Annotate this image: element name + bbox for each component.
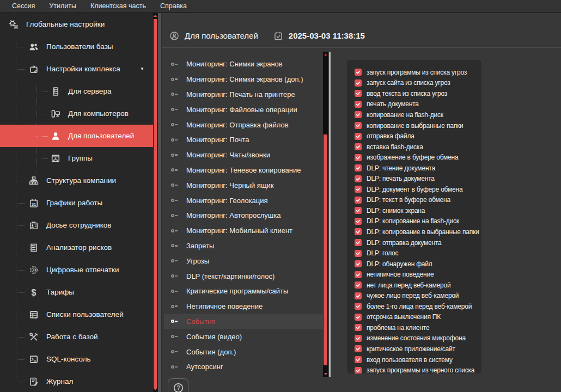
checkbox-checked-icon[interactable] xyxy=(355,197,362,204)
sidebar-item[interactable]: Для пользователей xyxy=(0,125,153,147)
checkbox-checked-icon[interactable] xyxy=(355,260,362,267)
checkbox-checked-icon[interactable] xyxy=(355,271,362,278)
category-item[interactable]: Угрозы xyxy=(164,253,323,268)
checkbox-checked-icon[interactable] xyxy=(355,175,362,182)
event-checkbox-row[interactable]: изображение в буфере обмена xyxy=(355,152,481,163)
category-item[interactable]: События (видео) xyxy=(164,329,323,344)
checkbox-checked-icon[interactable] xyxy=(355,79,362,87)
event-checkbox-row[interactable]: более 1-го лица перед веб-камерой xyxy=(355,301,481,312)
checkbox-checked-icon[interactable] xyxy=(355,69,362,76)
sidebar-item[interactable]: Работа с базой xyxy=(0,326,153,348)
sidebar-item[interactable]: Досье сотрудников xyxy=(0,214,153,236)
checkbox-checked-icon[interactable] xyxy=(355,218,362,225)
sidebar-item[interactable]: Журнал xyxy=(0,370,153,392)
checkbox-checked-icon[interactable] xyxy=(355,154,362,161)
sidebar-item[interactable]: Группы xyxy=(0,147,153,169)
sidebar-item[interactable]: Списки пользователей xyxy=(0,303,153,326)
event-checkbox-row[interactable]: критическое приложение/сайт xyxy=(355,344,481,354)
event-checkbox-row[interactable]: DLP: обнаружен файл xyxy=(355,259,481,270)
event-checkbox-row[interactable]: запуск программы из черного списка xyxy=(355,365,481,373)
category-item[interactable]: Мониторинг: Теневое копирование xyxy=(164,163,323,178)
checkbox-checked-icon[interactable] xyxy=(355,239,362,246)
event-checkbox-row[interactable]: DLP: документ в буфере обмена xyxy=(355,184,481,195)
checkbox-checked-icon[interactable] xyxy=(355,250,362,257)
sidebar-item[interactable]: Структура компании xyxy=(0,169,153,192)
checkbox-checked-icon[interactable] xyxy=(355,335,362,342)
event-checkbox-row[interactable]: проблема на клиенте xyxy=(355,322,481,333)
checkbox-checked-icon[interactable] xyxy=(355,90,362,97)
category-item[interactable]: Мониторинг: Отправка файлов xyxy=(164,117,323,132)
category-item[interactable]: Мониторинг: Автопрослушка xyxy=(164,208,323,223)
sidebar-splitter[interactable] xyxy=(157,13,162,392)
checkbox-checked-icon[interactable] xyxy=(355,356,362,363)
category-list-scrollbar[interactable] xyxy=(323,52,328,377)
checkbox-checked-icon[interactable] xyxy=(355,164,362,171)
category-item[interactable]: Мониторинг: Файловые операции xyxy=(164,102,323,117)
category-item[interactable]: Мониторинг: Снимки экранов (доп.) xyxy=(164,72,323,87)
category-item[interactable]: События (доп.) xyxy=(164,344,323,359)
sidebar-item[interactable]: Для компьютеров xyxy=(0,102,153,125)
event-checkbox-row[interactable]: изменение состояния микрофона xyxy=(355,333,481,344)
checkbox-checked-icon[interactable] xyxy=(355,143,362,150)
menu-item[interactable]: Клиентская часть xyxy=(83,0,153,13)
checkbox-checked-icon[interactable] xyxy=(355,345,362,352)
panel-splitter[interactable] xyxy=(329,52,331,377)
checkbox-checked-icon[interactable] xyxy=(355,122,362,129)
event-checkbox-row[interactable]: DLP: копирование в выбранные папки xyxy=(355,226,481,237)
category-item[interactable]: Мониторинг: Почта xyxy=(164,132,323,148)
category-item[interactable]: Мониторинг: Снимки экранов xyxy=(164,57,323,72)
event-checkbox-row[interactable]: вход пользователя в систему xyxy=(355,354,481,365)
category-item[interactable]: Мониторинг: Чаты/звонки xyxy=(164,148,323,163)
category-item[interactable]: Критические программы/сайты xyxy=(164,284,323,299)
scroll-up-arrow-icon[interactable] xyxy=(324,53,327,56)
checkbox-checked-icon[interactable] xyxy=(355,314,362,321)
checkbox-checked-icon[interactable] xyxy=(355,111,362,118)
event-checkbox-row[interactable]: вставка flash-диска xyxy=(355,142,481,152)
sidebar-item[interactable]: SQL-консоль xyxy=(0,348,153,370)
event-checkbox-row[interactable]: DLP: копирование на flash-диск xyxy=(355,216,481,227)
event-checkbox-row[interactable]: печать документа xyxy=(355,99,481,110)
category-item[interactable]: Запреты xyxy=(164,238,323,254)
sidebar-item[interactable]: Настройки комплекса▼ xyxy=(0,58,153,80)
sidebar-scrollbar[interactable] xyxy=(153,13,157,392)
event-checkbox-row[interactable]: нет лица перед веб-камерой xyxy=(355,280,481,291)
checkbox-checked-icon[interactable] xyxy=(355,133,362,140)
scroll-up-arrow-icon[interactable] xyxy=(154,15,157,17)
menu-item[interactable]: Справка xyxy=(153,0,194,13)
checkbox-checked-icon[interactable] xyxy=(355,207,362,214)
menu-item[interactable]: Утилиты xyxy=(42,0,83,13)
event-checkbox-row[interactable]: DLP: снимок экрана xyxy=(355,205,481,216)
event-checkbox-row[interactable]: запуск сайта из списка угроз xyxy=(355,78,481,89)
event-checkbox-row[interactable]: DLP: печать документа xyxy=(355,173,481,184)
event-checkbox-row[interactable]: копирование на flash-диск xyxy=(355,109,481,120)
category-item[interactable]: Мониторинг: Печать на принтере xyxy=(164,87,323,102)
event-checkbox-row[interactable]: копирование в выбранные папки xyxy=(355,120,481,131)
checkbox-checked-icon[interactable] xyxy=(355,324,362,331)
event-checkbox-row[interactable]: DLP: текст в буфере обмена xyxy=(355,195,481,206)
event-checkbox-row[interactable]: отсрочка выключения ПК xyxy=(355,312,481,323)
checkbox-checked-icon[interactable] xyxy=(355,303,362,310)
sidebar-item[interactable]: $Тарифы xyxy=(0,281,153,303)
event-checkbox-row[interactable]: чужое лицо перед веб-камерой xyxy=(355,290,481,301)
checkbox-checked-icon[interactable] xyxy=(355,292,362,299)
checkbox-checked-icon[interactable] xyxy=(355,101,362,108)
checkbox-checked-icon[interactable] xyxy=(355,186,362,193)
event-checkbox-row[interactable]: нетипичное поведение xyxy=(355,269,481,280)
category-item[interactable]: Мониторинг: Геолокация xyxy=(164,193,323,208)
checkbox-checked-icon[interactable] xyxy=(355,367,362,373)
event-checkbox-row[interactable]: отправка файла xyxy=(355,131,481,142)
category-item[interactable]: Мониторинг: Черный ящик xyxy=(164,177,323,193)
scroll-down-arrow-icon[interactable] xyxy=(154,388,157,390)
event-checkbox-row[interactable]: DLP: голос xyxy=(355,248,481,259)
category-item[interactable]: Аутсорсинг xyxy=(164,359,323,375)
category-item[interactable]: DLP (текст/картинки/голос) xyxy=(164,268,323,284)
sidebar-item[interactable]: 31Графики работы xyxy=(0,192,153,214)
category-item[interactable]: Нетипичное поведение xyxy=(164,299,323,314)
category-item[interactable]: События xyxy=(164,314,323,329)
category-scrollbar-thumb[interactable] xyxy=(324,134,327,365)
event-checkbox-row[interactable]: ввод текста из списка угроз xyxy=(355,88,481,99)
sidebar-item[interactable]: Для сервера xyxy=(0,80,153,102)
sidebar-item[interactable]: Пользователи базы xyxy=(0,35,153,58)
checkbox-checked-icon[interactable] xyxy=(355,228,362,235)
category-item[interactable]: Мониторинг: Мобильный клиент xyxy=(164,223,323,238)
